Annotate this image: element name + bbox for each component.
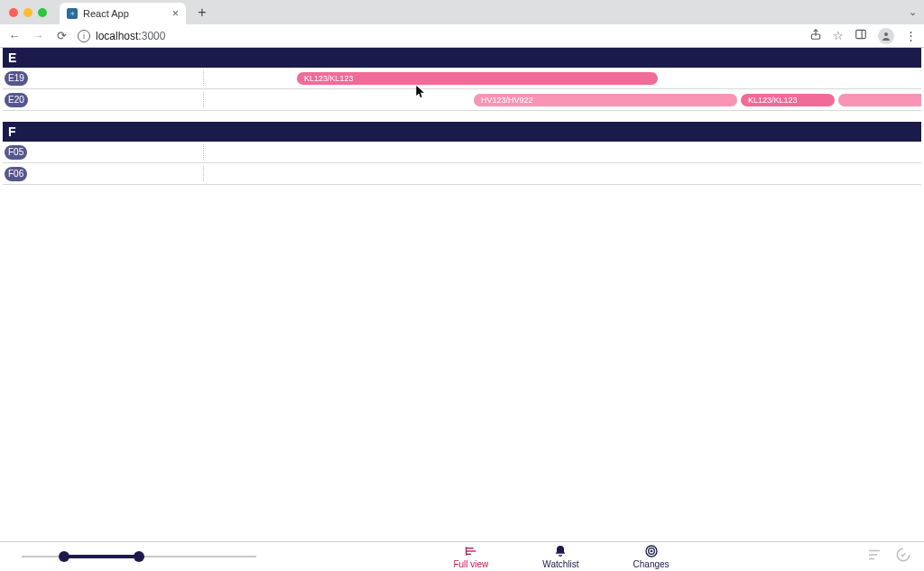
timeline-row: E19KL123/KL123	[3, 68, 921, 89]
nav-watchlist[interactable]: Watchlist	[542, 544, 578, 569]
tab-title: React App	[83, 8, 129, 19]
tabs-dropdown-icon[interactable]: ⌄	[909, 6, 917, 18]
flight-bar[interactable]: KL123/KL123	[741, 94, 835, 106]
row-separator	[203, 70, 204, 86]
timeline: EE19KL123/KL123E20HV123/HV922KL123/KL123…	[0, 48, 924, 541]
timeline-row: F05	[3, 142, 921, 163]
window-minimize-icon[interactable]	[23, 8, 32, 17]
profile-icon[interactable]	[878, 28, 894, 44]
panel-icon[interactable]	[855, 28, 867, 43]
tab-strip: ✶ React App × + ⌄	[0, 0, 924, 24]
nav-changes[interactable]: Changes	[633, 544, 670, 569]
share-icon[interactable]	[809, 28, 822, 43]
flight-bar[interactable]: HV123/HV922	[474, 94, 737, 106]
reload-button[interactable]: ⟳	[54, 29, 69, 43]
nav-full-view[interactable]: Full view	[453, 544, 488, 569]
flight-bar[interactable]	[838, 94, 921, 106]
svg-rect-1	[856, 30, 866, 38]
kebab-icon[interactable]: ⋮	[905, 29, 917, 42]
gate-badge[interactable]: E20	[5, 93, 28, 107]
browser-tab[interactable]: ✶ React App ×	[60, 3, 186, 24]
bottom-right-actions	[866, 547, 911, 566]
list-view-icon[interactable]	[866, 547, 882, 566]
window-zoom-icon[interactable]	[38, 8, 47, 17]
time-range-slider[interactable]	[22, 548, 256, 566]
nav-label: Watchlist	[542, 559, 578, 569]
window-traffic-lights	[9, 8, 47, 17]
url-host: localhost:3000	[96, 30, 165, 42]
svg-point-3	[884, 32, 888, 36]
tab-favicon-icon: ✶	[67, 8, 78, 19]
timeline-row: F06	[3, 163, 921, 185]
window-close-icon[interactable]	[9, 8, 18, 17]
bottom-bar: Full viewWatchlistChanges	[0, 541, 924, 571]
svg-point-10	[651, 550, 651, 551]
tab-close-icon[interactable]: ×	[172, 7, 179, 20]
gate-badge[interactable]: F06	[5, 167, 27, 181]
slider-thumb-start[interactable]	[59, 551, 69, 562]
browser-chrome: ✶ React App × + ⌄ ← → ⟳ i localhost:3000…	[0, 0, 924, 48]
gate-badge[interactable]: F05	[5, 145, 27, 160]
row-separator	[203, 92, 204, 107]
timeline-row: E20HV123/HV922KL123/KL123	[3, 89, 921, 111]
group-header[interactable]: F	[3, 122, 921, 142]
site-info-icon[interactable]: i	[78, 30, 90, 42]
address-bar[interactable]: i localhost:3000	[78, 30, 165, 42]
gate-badge[interactable]: E19	[5, 71, 28, 86]
new-tab-button[interactable]: +	[193, 4, 211, 22]
nav-label: Full view	[453, 559, 488, 569]
nav-label: Changes	[633, 559, 670, 569]
back-button[interactable]: ←	[7, 29, 22, 43]
row-separator	[203, 166, 204, 181]
app-root: EE19KL123/KL123E20HV123/HV922KL123/KL123…	[0, 48, 924, 571]
toolbar: ← → ⟳ i localhost:3000 ☆ ⋮	[0, 24, 924, 47]
row-separator	[203, 144, 204, 160]
slider-range	[64, 555, 139, 558]
refresh-status-icon[interactable]	[895, 547, 911, 566]
slider-thumb-end[interactable]	[134, 551, 144, 562]
forward-button: →	[31, 29, 45, 43]
group-header[interactable]: E	[3, 48, 921, 68]
star-icon[interactable]: ☆	[833, 29, 844, 42]
toolbar-right: ☆ ⋮	[809, 28, 917, 44]
bottom-nav: Full viewWatchlistChanges	[256, 544, 866, 569]
flight-bar[interactable]: KL123/KL123	[297, 72, 658, 85]
